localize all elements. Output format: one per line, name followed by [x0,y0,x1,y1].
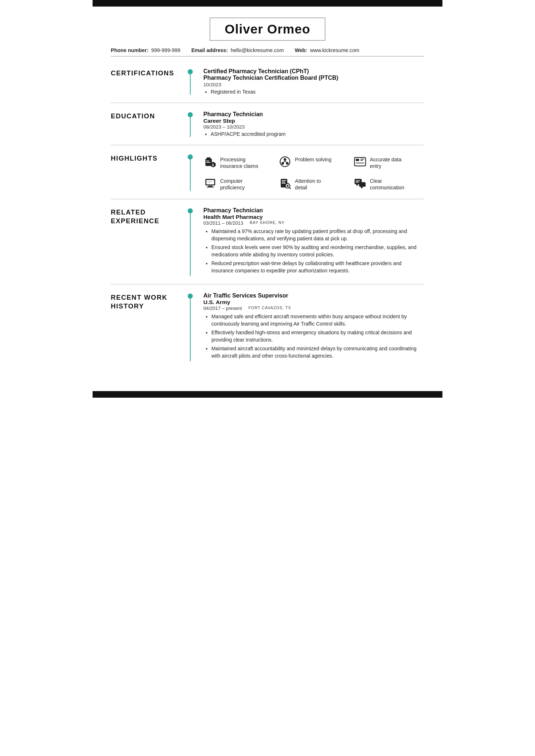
highlight-attention-label: Attention todetail [295,176,321,191]
problem-icon [278,155,292,169]
certifications-content: Certified Pharmacy Technician (CPhT) Pha… [197,68,424,95]
svg-marker-32 [356,184,358,186]
svg-marker-34 [360,186,363,188]
insurance-icon: $ [203,155,217,169]
related-exp-bullet-2: Ensured stock levels were over 90% by au… [211,244,424,258]
certifications-label: CERTIFICATIONS [111,68,184,95]
timeline-dot-recent [188,294,193,299]
email-label-text: Email address: hello@kickresume.com [191,47,284,53]
related-exp-bullets: Maintained a 97% accuracy rate by updati… [208,228,424,274]
resume-container: Oliver Ormeo Phone number: 999-999-999 E… [93,7,442,391]
highlight-communication-label: Clearcommunication [370,176,405,191]
highlights-section: HIGHLIGHTS $ [111,145,424,199]
top-bar [93,0,442,7]
timeline-dot-related [188,208,193,213]
cert-bullet-1: Registered in Texas [211,89,424,95]
attention-icon [278,176,292,190]
recent-exp-bullet-1: Managed safe and efficient aircraft move… [211,313,424,327]
highlight-data: >_ Accurate dataentry [353,155,424,170]
timeline-line-cert [190,74,191,95]
web-value: www.kickresume.com [310,47,359,53]
cert-date: 10/2023 [203,82,424,87]
svg-rect-20 [208,186,213,187]
related-experience-label: RELATED EXPERIENCE [111,207,184,276]
svg-rect-25 [282,180,286,181]
header-section: Oliver Ormeo [111,17,424,41]
highlight-data-label: Accurate dataentry [370,155,402,170]
svg-line-11 [285,161,286,162]
contact-bar: Phone number: 999-999-999 Email address:… [111,47,424,56]
certifications-section: CERTIFICATIONS Certified Pharmacy Techni… [111,60,424,103]
timeline-line-recent [190,299,191,361]
svg-rect-16 [356,163,364,164]
related-exp-bullet-3: Reduced prescription wait-time delays by… [211,260,424,274]
highlights-grid: $ Processinginsurance claims [203,155,424,191]
svg-rect-15 [360,160,363,161]
web-label-text: Web: www.kickresume.com [295,47,359,53]
resume-body: CERTIFICATIONS Certified Pharmacy Techni… [111,60,424,369]
related-label-line1: RELATED [111,208,146,216]
svg-rect-26 [282,181,285,182]
recent-exp-bullet-3: Maintained aircraft accountability and m… [211,345,424,359]
related-exp-date: 03/2011 – 06/2013 [203,220,243,226]
email-value: hello@kickresume.com [231,47,284,53]
phone-label: Phone number: [111,47,148,53]
related-exp-org: Health Mart Pharmacy [203,214,424,220]
recent-work-timeline [184,292,197,361]
candidate-name: Oliver Ormeo [225,22,311,36]
recent-exp-bullet-2: Effectively handled high-stress and emer… [211,329,424,343]
svg-rect-21 [207,186,214,187]
svg-rect-4 [206,161,209,161]
recent-exp-org: U.S. Army [203,299,424,306]
email-label: Email address: [191,47,228,53]
highlight-insurance-label: Processinginsurance claims [220,155,258,170]
timeline-line-edu [190,117,191,137]
cert-bullets: Registered in Texas [208,89,424,95]
cert-title-line1: Certified Pharmacy Technician (CPhT) [203,68,309,74]
cert-title-line2: Pharmacy Technician Certification Board … [203,75,338,81]
highlights-label: HIGHLIGHTS [111,153,184,191]
timeline-dot-edu [188,112,193,117]
highlight-problem-label: Problem solving [295,155,331,163]
edu-bullet-1: ASHP/ACPE accredited program [211,131,424,137]
edu-title: Pharmacy Technician [203,111,424,118]
highlights-timeline [184,153,197,191]
bottom-bar [93,391,442,398]
education-section: EDUCATION Pharmacy Technician Career Ste… [111,103,424,145]
svg-rect-14 [360,159,364,160]
svg-text:$: $ [212,163,214,167]
svg-rect-1 [207,157,211,159]
recent-exp-date: 04/2017 – present [203,306,242,311]
recent-label-line2: HISTORY [111,302,144,310]
svg-point-30 [287,185,289,186]
cert-title: Certified Pharmacy Technician (CPhT) Pha… [203,68,424,81]
related-exp-title: Pharmacy Technician [203,207,424,214]
highlight-computer: Computerproficiency [203,176,274,191]
certifications-timeline [184,68,197,95]
recent-work-content: Air Traffic Services Supervisor U.S. Arm… [197,292,424,361]
related-exp-meta: 03/2011 – 06/2013 BAY SHORE, NY [203,220,424,226]
svg-line-10 [284,161,285,162]
svg-rect-27 [282,183,286,184]
edu-date: 08/2023 – 10/2023 [203,124,424,130]
edu-bullets: ASHP/ACPE accredited program [208,131,424,137]
svg-text:>_: >_ [356,160,359,162]
edu-org: Career Step [203,118,424,124]
header-box: Oliver Ormeo [210,17,326,41]
highlight-insurance: $ Processinginsurance claims [203,155,274,170]
related-exp-bullet-1: Maintained a 97% accuracy rate by updati… [211,228,424,242]
svg-rect-23 [207,182,211,183]
recent-exp-meta: 04/2017 – present FORT CAVAZOS, TX [203,306,424,311]
recent-label-line1: RECENT WORK [111,294,167,301]
highlight-computer-label: Computerproficiency [220,176,245,191]
highlight-attention: Attention todetail [278,176,349,191]
svg-rect-22 [207,181,213,181]
recent-exp-location: FORT CAVAZOS, TX [249,306,291,311]
timeline-line-highlights [190,160,191,191]
related-label-line2: EXPERIENCE [111,217,160,225]
svg-point-7 [284,158,286,161]
recent-work-section: RECENT WORK HISTORY Air Traffic Services… [111,284,424,369]
education-label: EDUCATION [111,111,184,137]
svg-rect-35 [355,180,360,181]
recent-exp-bullets: Managed safe and efficient aircraft move… [208,313,424,359]
